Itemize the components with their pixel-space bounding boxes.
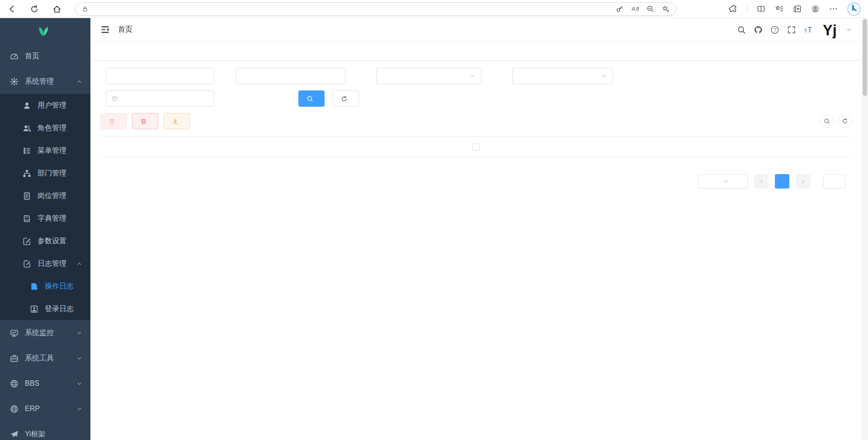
browser-home-icon[interactable] (52, 5, 61, 14)
sidebar-item-system-monitor[interactable]: 系统监控 (0, 320, 90, 345)
chevron-down-icon (76, 330, 82, 336)
sidebar-item-post-management[interactable]: 岗位管理 (0, 185, 90, 207)
sidebar-menu: 首页系统管理用户管理角色管理菜单管理部门管理岗位管理字典管理参数设置日志管理操作… (0, 43, 90, 440)
sidebar-item-label: 部门管理 (38, 169, 82, 178)
refresh-table-button[interactable] (838, 114, 852, 128)
select-all-cell (100, 137, 852, 157)
avatar-caret-icon[interactable] (846, 27, 852, 33)
help-icon[interactable]: ? (770, 25, 779, 34)
badge-icon (23, 192, 31, 200)
export-button[interactable] (164, 113, 190, 129)
sidebar-item-log-management[interactable]: 日志管理 (0, 252, 90, 275)
header-search-icon[interactable] (737, 25, 746, 34)
page-scrollbar[interactable] (862, 18, 868, 440)
show-search-button[interactable] (820, 114, 834, 128)
breadcrumb-item[interactable]: 首页 (118, 25, 132, 34)
sidebar: 首页系统管理用户管理角色管理菜单管理部门管理岗位管理字典管理参数设置日志管理操作… (0, 18, 90, 440)
browser-refresh-icon[interactable] (30, 5, 39, 14)
menu-fold-icon[interactable] (100, 25, 110, 34)
delete-button[interactable] (100, 113, 127, 129)
sidebar-item-dept-management[interactable]: 部门管理 (0, 162, 90, 185)
menu-list-icon (23, 147, 31, 155)
next-page-button[interactable] (796, 174, 810, 189)
status-select[interactable] (512, 68, 613, 84)
read-aloud-icon[interactable]: A (631, 5, 639, 13)
sidebar-item-label: 系统工具 (25, 354, 76, 363)
reset-button[interactable] (333, 90, 359, 107)
type-select[interactable] (376, 68, 481, 84)
select-all-checkbox[interactable] (472, 143, 480, 151)
bing-chat-icon[interactable] (847, 2, 861, 16)
split-screen-icon[interactable] (757, 5, 765, 13)
password-key-icon[interactable] (616, 5, 623, 13)
collections-icon[interactable] (793, 5, 802, 13)
trash-icon (140, 118, 147, 125)
clear-button[interactable] (132, 113, 158, 129)
scrollbar-thumb[interactable] (863, 19, 867, 96)
topbar-actions: ? TT Yj (737, 21, 852, 39)
sidebar-item-param-settings[interactable]: 参数设置 (0, 230, 90, 252)
logo-leaf-icon (38, 25, 49, 37)
sidebar-item-erp[interactable]: ERP (0, 396, 90, 421)
chevron-right-icon (800, 179, 806, 185)
sidebar-item-yi-framework[interactable]: Yi框架 (0, 421, 90, 440)
sidebar-item-label: 用户管理 (38, 101, 82, 110)
sidebar-item-label: 字典管理 (38, 214, 82, 223)
page-number-1[interactable] (775, 174, 789, 189)
address-bar-actions: A (616, 5, 670, 13)
edit-icon (23, 237, 31, 246)
search-button[interactable] (298, 90, 325, 107)
sidebar-item-system-management[interactable]: 系统管理 (0, 69, 90, 94)
operator-input[interactable] (236, 68, 345, 84)
sidebar-item-role-management[interactable]: 角色管理 (0, 117, 90, 139)
profile-avatar[interactable] (811, 5, 820, 13)
monitor-icon (10, 329, 19, 337)
sidebar-item-operation-log[interactable]: 操作日志 (0, 275, 90, 298)
more-menu-icon[interactable] (829, 5, 838, 13)
github-icon[interactable] (754, 25, 763, 34)
add-favorite-icon[interactable] (662, 5, 670, 13)
sidebar-item-home[interactable]: 首页 (0, 43, 90, 69)
sidebar-item-menu-management[interactable]: 菜单管理 (0, 139, 90, 162)
table-toolbar (100, 113, 852, 129)
font-size-icon[interactable]: TT (804, 25, 813, 34)
browser-chrome: A (0, 0, 868, 18)
sidebar-item-label: BBS (25, 379, 76, 388)
chevron-down-icon (76, 406, 82, 412)
prev-page-button[interactable] (754, 174, 769, 189)
sidebar-item-dict-management[interactable]: 字典管理 (0, 207, 90, 230)
sidebar-item-label: 系统监控 (25, 328, 76, 338)
operation-log-table (100, 137, 852, 157)
sidebar-item-bbs[interactable]: BBS (0, 371, 90, 396)
extensions-icon[interactable] (729, 5, 737, 13)
sidebar-item-user-management[interactable]: 用户管理 (0, 94, 90, 117)
chevron-down-icon (723, 179, 729, 185)
goto-page-input[interactable] (823, 174, 845, 189)
svg-text:A: A (632, 5, 636, 12)
page-size-select[interactable] (698, 174, 748, 189)
date-range-input[interactable] (106, 90, 214, 107)
fullscreen-icon[interactable] (787, 25, 796, 34)
module-input[interactable] (106, 68, 214, 84)
globe-icon (10, 405, 19, 413)
image-icon (30, 305, 38, 313)
sidebar-item-label: ERP (25, 405, 76, 413)
browser-back-icon[interactable] (7, 5, 16, 14)
address-bar[interactable]: A (75, 2, 676, 16)
refresh-icon (842, 118, 848, 124)
filter-row-1 (100, 68, 852, 84)
favorites-icon[interactable] (775, 5, 783, 13)
lock-icon (82, 6, 88, 12)
filter-row-2 (100, 90, 852, 107)
sidebar-item-login-log[interactable]: 登录日志 (0, 298, 90, 320)
chevron-left-icon (759, 179, 764, 185)
trash-icon (108, 118, 115, 125)
zoom-out-icon[interactable] (646, 5, 654, 13)
sidebar-item-system-tools[interactable]: 系统工具 (0, 345, 90, 371)
log-icon (23, 260, 31, 268)
gear-icon (10, 77, 19, 86)
sidebar-item-label: 参数设置 (38, 237, 82, 246)
app-logo[interactable] (0, 18, 90, 43)
user-avatar[interactable]: Yj (821, 21, 839, 39)
org-tree-icon (23, 169, 31, 178)
